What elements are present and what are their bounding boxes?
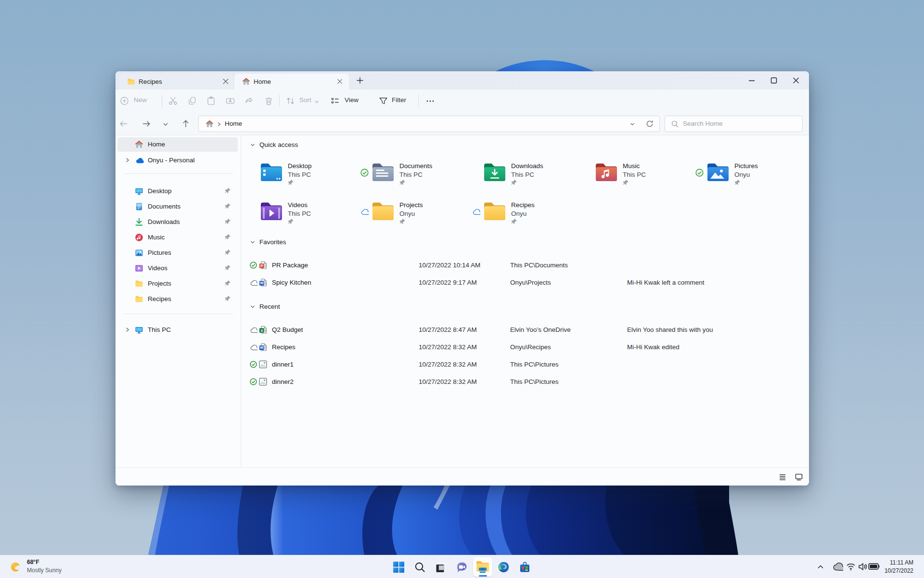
svg-text:X: X bbox=[260, 328, 263, 333]
svg-text:W: W bbox=[260, 281, 264, 285]
svg-text:P: P bbox=[260, 263, 263, 268]
svg-text:W: W bbox=[260, 345, 264, 350]
